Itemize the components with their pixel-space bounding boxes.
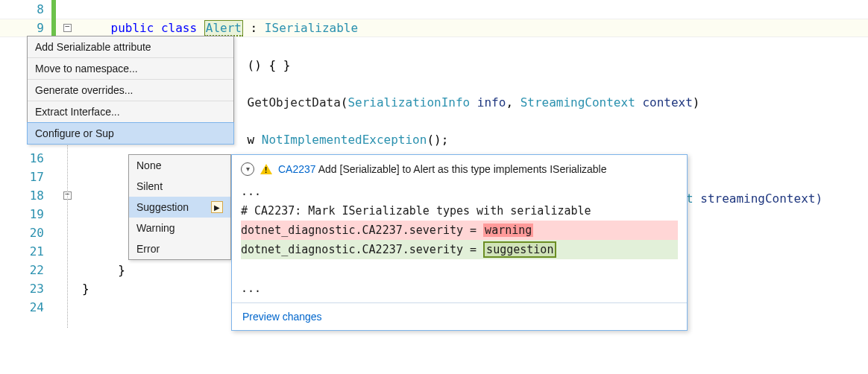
diff-preview: ... # CA2237: Mark ISerializable types w… — [232, 182, 687, 302]
line-number: 9 — [23, 21, 44, 35]
severity-submenu: None Silent Suggestion▶ Warning Error — [128, 154, 231, 260]
interface-name: ISerializable — [265, 21, 358, 35]
line-number: 24 — [23, 300, 44, 314]
keyword: class — [161, 21, 197, 35]
chevron-right-icon: ▶ — [211, 201, 223, 213]
line-number: 22 — [23, 263, 44, 277]
preview-title: CA2237 Add [Serializable] to Alert as th… — [278, 162, 606, 177]
line-number: 18 — [23, 188, 44, 203]
rule-id-link[interactable]: CA2237 — [278, 163, 316, 175]
menu-item-extract-interface[interactable]: Extract Interface... — [28, 101, 233, 123]
line-number: 20 — [23, 226, 44, 240]
line-number: 8 — [23, 2, 44, 16]
chevron-down-icon[interactable]: ▾ — [241, 162, 254, 176]
warning-icon — [260, 164, 272, 174]
keyword: public — [111, 21, 154, 35]
method-name: GetObjectData — [248, 95, 341, 110]
severity-warning[interactable]: Warning — [129, 218, 230, 238]
line-number: 17 — [23, 170, 44, 184]
line-number: 19 — [23, 207, 44, 221]
line-number: 21 — [23, 244, 44, 259]
fix-preview-panel: ▾ CA2237 Add [Serializable] to Alert as … — [231, 154, 688, 331]
fold-toggle[interactable] — [63, 24, 72, 32]
line-number: 23 — [23, 282, 44, 296]
preview-changes-link[interactable]: Preview changes — [242, 311, 322, 323]
severity-silent[interactable]: Silent — [129, 176, 230, 197]
menu-item-generate-overrides[interactable]: Generate overrides... — [28, 80, 233, 101]
line-number: 16 — [23, 151, 44, 165]
code-fragment: t streamingContext) — [686, 191, 823, 206]
severity-error[interactable]: Error — [129, 238, 230, 259]
menu-item-add-serializable[interactable]: Add Serializable attribute — [28, 37, 233, 58]
quick-actions-menu: Add Serializable attribute Move to names… — [27, 36, 234, 145]
code-text: () { } — [248, 58, 291, 72]
class-name-alert[interactable]: Alert — [204, 20, 243, 37]
diff-added-line: dotnet_diagnostic.CA2237.severity = sugg… — [241, 240, 678, 259]
severity-none[interactable]: None — [129, 155, 230, 176]
diff-removed-line: dotnet_diagnostic.CA2237.severity = warn… — [241, 221, 678, 240]
severity-suggestion[interactable]: Suggestion▶ — [129, 197, 230, 218]
menu-item-configure-suppress[interactable]: Configure or Sup — [27, 122, 234, 145]
menu-item-move-namespace[interactable]: Move to namespace... — [28, 58, 233, 80]
